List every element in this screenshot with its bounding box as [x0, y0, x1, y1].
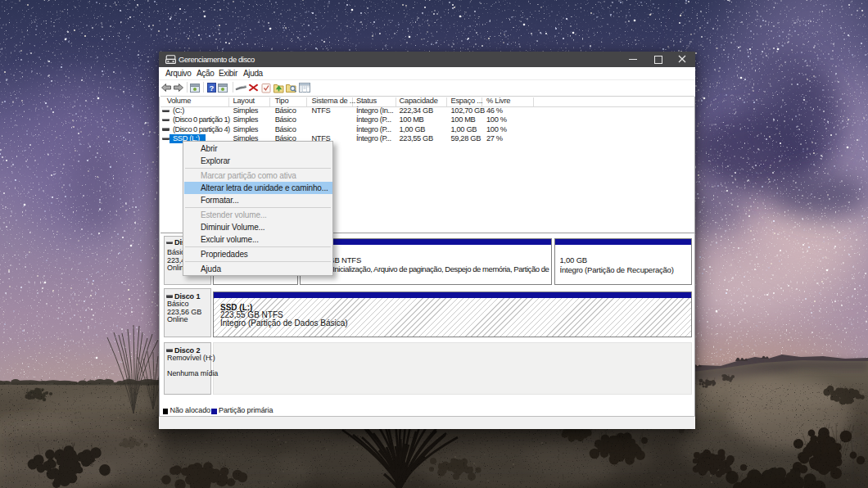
svg-text:?: ?	[209, 84, 214, 93]
